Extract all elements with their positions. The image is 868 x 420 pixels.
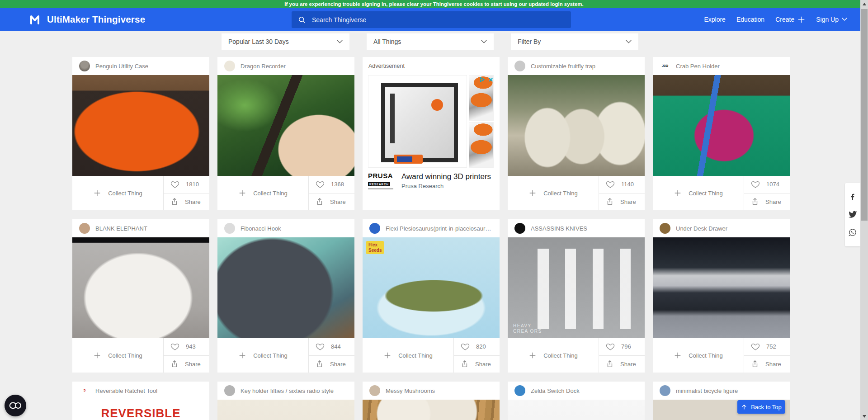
share-button[interactable]: Share bbox=[599, 193, 645, 211]
filter-by-dropdown[interactable]: Filter By bbox=[511, 33, 638, 50]
like-button[interactable]: 820 bbox=[454, 338, 500, 356]
thing-title[interactable]: Customizable fruitfly trap bbox=[531, 63, 595, 70]
thing-title[interactable]: Key holder fifties / sixties radio style bbox=[241, 387, 334, 394]
thing-thumbnail[interactable] bbox=[72, 75, 209, 176]
sort-dropdown-value: Popular Last 30 Days bbox=[228, 38, 289, 45]
back-to-top-button[interactable]: Back to Top bbox=[737, 400, 785, 414]
creator-avatar[interactable] bbox=[514, 223, 525, 234]
thing-thumbnail[interactable]: HEAVY CREA ORS bbox=[508, 237, 645, 338]
thing-title[interactable]: Reversible Ratchet Tool bbox=[95, 387, 157, 394]
collect-thing-button[interactable]: Collect Thing bbox=[217, 338, 309, 373]
adchoices-icon[interactable] bbox=[479, 76, 486, 83]
scrollbar-up-button[interactable] bbox=[860, 0, 868, 8]
like-button[interactable]: 1140 bbox=[599, 176, 645, 193]
thing-type-dropdown[interactable]: All Things bbox=[367, 33, 494, 50]
thing-title[interactable]: ASSASSINS KNIVES bbox=[531, 225, 587, 232]
creator-avatar[interactable] bbox=[224, 223, 235, 234]
share-label: Share bbox=[765, 361, 781, 368]
ad-image-small-bottom[interactable] bbox=[469, 122, 494, 168]
thing-thumbnail[interactable] bbox=[363, 400, 500, 420]
facebook-icon[interactable] bbox=[849, 193, 857, 201]
thing-thumbnail[interactable] bbox=[217, 75, 354, 176]
collect-thing-button[interactable]: Collect Thing bbox=[653, 176, 744, 210]
thing-thumbnail[interactable] bbox=[508, 75, 645, 176]
like-button[interactable]: 1074 bbox=[744, 176, 790, 193]
creator-avatar[interactable] bbox=[224, 385, 235, 396]
ad-close-icon[interactable]: ✕ bbox=[488, 77, 493, 83]
creator-avatar[interactable] bbox=[369, 385, 380, 396]
twitter-icon[interactable] bbox=[849, 211, 857, 218]
scrollbar-track[interactable] bbox=[860, 0, 868, 420]
whatsapp-icon[interactable] bbox=[849, 228, 857, 236]
thing-title[interactable]: Dragon Recorder bbox=[241, 63, 286, 70]
share-button[interactable]: Share bbox=[309, 193, 354, 211]
nav-education[interactable]: Education bbox=[736, 16, 764, 23]
thing-thumbnail[interactable] bbox=[653, 237, 790, 338]
thing-title[interactable]: Penguin Utility Case bbox=[95, 63, 148, 70]
thing-title[interactable]: Flexi Plesiosaurus(print-in-placeiosauru… bbox=[386, 225, 493, 232]
thing-thumbnail[interactable]: REVERSIBLE bbox=[72, 400, 209, 420]
like-button[interactable]: 1368 bbox=[309, 176, 354, 193]
like-button[interactable]: 1810 bbox=[164, 176, 209, 193]
share-button[interactable]: Share bbox=[454, 356, 500, 373]
collect-thing-button[interactable]: Collect Thing bbox=[217, 176, 309, 210]
collect-thing-button[interactable]: Collect Thing bbox=[653, 338, 744, 373]
nav-create[interactable]: Create bbox=[775, 16, 805, 24]
thing-title[interactable]: Zelda Switch Dock bbox=[531, 387, 580, 394]
collect-thing-button[interactable]: Collect Thing bbox=[363, 338, 454, 373]
thing-thumbnail[interactable] bbox=[653, 75, 790, 176]
creator-avatar[interactable] bbox=[79, 61, 90, 71]
collect-thing-button[interactable]: Collect Thing bbox=[72, 176, 164, 210]
creator-avatar[interactable] bbox=[224, 61, 235, 71]
share-icon bbox=[751, 198, 759, 206]
header-nav: Explore Education Create Sign Up bbox=[704, 8, 847, 31]
thing-card-footer: Collect Thing 943 Share bbox=[72, 338, 209, 373]
like-button[interactable]: 796 bbox=[599, 338, 645, 356]
share-button[interactable]: Share bbox=[744, 356, 790, 373]
share-button[interactable]: Share bbox=[164, 193, 209, 211]
creator-avatar[interactable] bbox=[660, 223, 670, 234]
share-button[interactable]: Share bbox=[599, 356, 645, 373]
thing-title[interactable]: Fibonacci Hook bbox=[241, 225, 281, 232]
like-button[interactable]: 752 bbox=[744, 338, 790, 356]
thumbnail-photo-text: HEAVY CREA ORS bbox=[513, 323, 542, 334]
nav-sign-up[interactable]: Sign Up bbox=[816, 16, 847, 23]
brand-home-link[interactable]: UltiMaker Thingiverse bbox=[29, 8, 145, 31]
cookie-preferences-button[interactable] bbox=[5, 395, 26, 416]
creator-avatar[interactable]: 5 bbox=[79, 385, 90, 396]
like-button[interactable]: 943 bbox=[164, 338, 209, 356]
creator-avatar[interactable]: J3D bbox=[660, 61, 670, 71]
creator-avatar[interactable] bbox=[79, 223, 90, 234]
thing-thumbnail[interactable] bbox=[508, 400, 645, 420]
search-input[interactable] bbox=[311, 16, 565, 24]
nav-explore[interactable]: Explore bbox=[704, 16, 725, 23]
thing-title[interactable]: minimalist bicycle figure bbox=[676, 387, 738, 394]
thing-title[interactable]: Messy Mushrooms bbox=[386, 387, 435, 394]
thing-title[interactable]: BLANK ELEPHANT bbox=[95, 225, 147, 232]
thing-card-header: Dragon Recorder bbox=[217, 57, 354, 75]
collect-thing-button[interactable]: Collect Thing bbox=[508, 338, 599, 373]
creator-avatar[interactable] bbox=[660, 385, 670, 396]
scrollbar-down-button[interactable] bbox=[860, 412, 868, 420]
share-button[interactable]: Share bbox=[309, 356, 354, 373]
creator-avatar[interactable] bbox=[514, 61, 525, 71]
thing-thumbnail[interactable] bbox=[72, 237, 209, 338]
ad-headline[interactable]: Award winning 3D printers bbox=[401, 172, 491, 181]
thing-thumbnail[interactable] bbox=[217, 400, 354, 420]
thing-thumbnail[interactable]: Flex Seeds bbox=[363, 237, 500, 338]
creator-avatar[interactable] bbox=[369, 223, 380, 234]
like-button[interactable]: 844 bbox=[309, 338, 354, 356]
thing-thumbnail[interactable] bbox=[217, 237, 354, 338]
share-button[interactable]: Share bbox=[744, 193, 790, 211]
creator-avatar[interactable] bbox=[514, 385, 525, 396]
thing-card: Key holder fifties / sixties radio style… bbox=[217, 382, 354, 420]
share-button[interactable]: Share bbox=[164, 356, 209, 373]
sort-dropdown[interactable]: Popular Last 30 Days bbox=[222, 33, 349, 50]
scrollbar-thumb[interactable] bbox=[861, 9, 868, 221]
collect-thing-button[interactable]: Collect Thing bbox=[508, 176, 599, 210]
advertiser-logo[interactable]: PRUSA RESEARCH bbox=[368, 172, 396, 189]
ad-image-main[interactable] bbox=[368, 75, 467, 168]
collect-thing-button[interactable]: Collect Thing bbox=[72, 338, 164, 373]
thing-title[interactable]: Under Desk Drawer bbox=[676, 225, 727, 232]
thing-title[interactable]: Crab Pen Holder bbox=[676, 63, 720, 70]
